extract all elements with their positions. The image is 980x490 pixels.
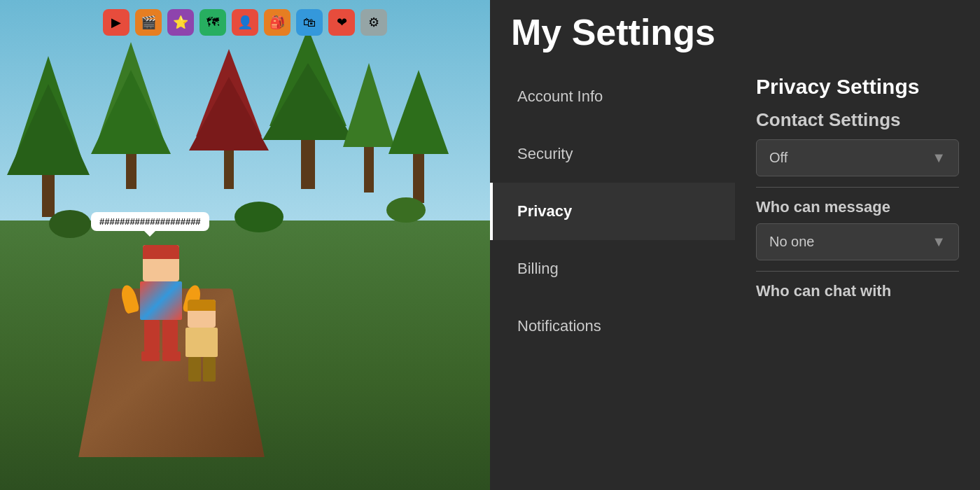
contact-section-title: Contact Settings [756,109,959,131]
icon-gear[interactable]: ⚙ [360,9,387,36]
who-can-message-label: Who can message [756,198,959,216]
speech-bubble: #################### [91,212,209,231]
character-right-foot [162,351,181,361]
off-dropdown[interactable]: Off ▼ [756,139,959,176]
icon-play[interactable]: ▶ [103,9,130,36]
character-hair [143,245,179,259]
nav-item-billing[interactable]: Billing [490,240,735,298]
no-one-dropdown[interactable]: No one ▼ [756,223,959,260]
icon-media[interactable]: 🎬 [135,9,162,36]
privacy-content-area: Privacy Settings Contact Settings Off ▼ … [735,61,980,490]
icon-heart[interactable]: ❤ [328,9,355,36]
settings-nav: Account Info Security Privacy Billing No… [490,61,735,490]
character-left-foot [141,351,160,361]
character-left-leg [144,320,160,351]
nav-item-account-info[interactable]: Account Info [490,68,735,125]
nav-item-privacy[interactable]: Privacy [490,183,735,240]
icon-map[interactable]: 🗺 [200,9,226,36]
game-panel: ▶ 🎬 ⭐ 🗺 👤 🎒 🛍 ❤ ⚙ #################### [0,0,490,490]
settings-header: My Settings [490,0,980,61]
privacy-section-title: Privacy Settings [756,75,959,99]
divider-1 [756,187,959,188]
character-head [143,245,179,281]
top-icons-bar: ▶ 🎬 ⭐ 🗺 👤 🎒 🛍 ❤ ⚙ [0,6,490,39]
settings-content: Account Info Security Privacy Billing No… [490,61,980,490]
icon-bag[interactable]: 🎒 [264,9,290,36]
nav-item-notifications[interactable]: Notifications [490,298,735,355]
character-torso [140,281,182,320]
dropdown-chevron-2: ▼ [932,234,946,250]
divider-2 [756,271,959,272]
dropdown-chevron: ▼ [932,150,946,166]
settings-panel: My Settings Account Info Security Privac… [490,0,980,490]
icon-star[interactable]: ⭐ [167,9,194,36]
nav-item-security[interactable]: Security [490,125,735,183]
character-right-leg [162,320,178,351]
settings-title: My Settings [511,14,959,50]
character-secondary [186,300,218,382]
icon-shop[interactable]: 🛍 [296,9,323,36]
icon-person[interactable]: 👤 [232,9,258,36]
who-can-chat-label: Who can chat with [756,282,959,300]
